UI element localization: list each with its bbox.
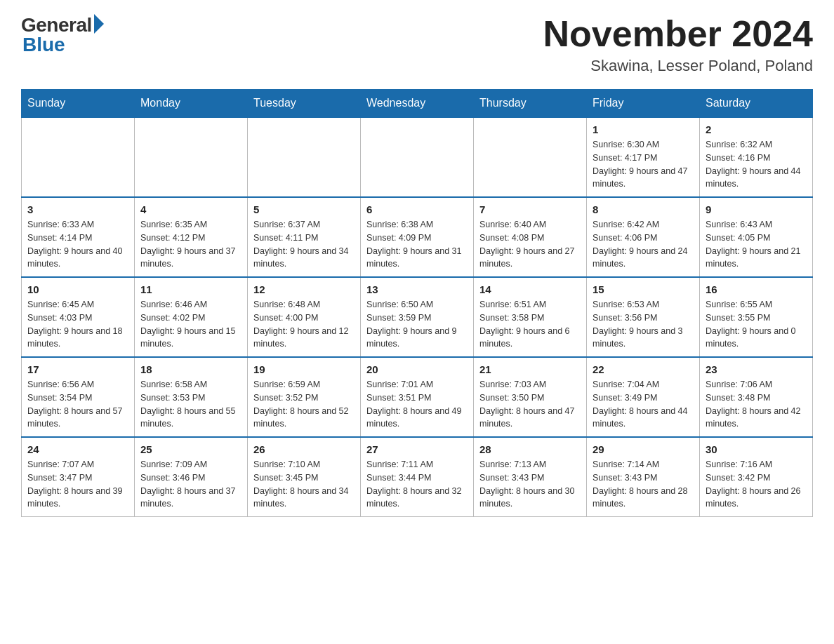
day-number: 27: [366, 443, 468, 455]
day-info: Sunrise: 6:37 AMSunset: 4:11 PMDaylight:…: [253, 218, 355, 271]
calendar-cell: [248, 117, 361, 197]
calendar-cell: 17Sunrise: 6:56 AMSunset: 3:54 PMDayligh…: [22, 357, 135, 437]
day-info: Sunrise: 6:42 AMSunset: 4:06 PMDaylight:…: [593, 218, 694, 271]
calendar-cell: [22, 117, 135, 197]
day-number: 16: [706, 283, 807, 295]
calendar-cell: 26Sunrise: 7:10 AMSunset: 3:45 PMDayligh…: [248, 437, 361, 517]
day-info: Sunrise: 7:01 AMSunset: 3:51 PMDaylight:…: [366, 378, 468, 431]
calendar-cell: 11Sunrise: 6:46 AMSunset: 4:02 PMDayligh…: [135, 277, 248, 357]
calendar-cell: 25Sunrise: 7:09 AMSunset: 3:46 PMDayligh…: [135, 437, 248, 517]
calendar-cell: 18Sunrise: 6:58 AMSunset: 3:53 PMDayligh…: [135, 357, 248, 437]
logo-blue-text: Blue: [22, 34, 65, 56]
calendar-cell: 15Sunrise: 6:53 AMSunset: 3:56 PMDayligh…: [587, 277, 700, 357]
calendar-cell: 30Sunrise: 7:16 AMSunset: 3:42 PMDayligh…: [700, 437, 813, 517]
calendar-cell: 13Sunrise: 6:50 AMSunset: 3:59 PMDayligh…: [361, 277, 474, 357]
calendar-cell: 10Sunrise: 6:45 AMSunset: 4:03 PMDayligh…: [22, 277, 135, 357]
day-number: 26: [253, 443, 355, 455]
day-number: 28: [479, 443, 581, 455]
day-info: Sunrise: 6:33 AMSunset: 4:14 PMDaylight:…: [27, 218, 128, 271]
day-info: Sunrise: 7:03 AMSunset: 3:50 PMDaylight:…: [479, 378, 581, 431]
column-header-wednesday: Wednesday: [361, 90, 474, 118]
week-row-4: 17Sunrise: 6:56 AMSunset: 3:54 PMDayligh…: [22, 357, 813, 437]
day-info: Sunrise: 7:11 AMSunset: 3:44 PMDaylight:…: [366, 458, 468, 511]
month-title: November 2024: [543, 14, 813, 54]
day-number: 1: [593, 123, 694, 135]
location-subtitle: Skawina, Lesser Poland, Poland: [543, 57, 813, 75]
day-info: Sunrise: 6:53 AMSunset: 3:56 PMDaylight:…: [593, 298, 694, 351]
calendar-cell: 4Sunrise: 6:35 AMSunset: 4:12 PMDaylight…: [135, 197, 248, 277]
calendar-cell: 19Sunrise: 6:59 AMSunset: 3:52 PMDayligh…: [248, 357, 361, 437]
calendar-cell: 24Sunrise: 7:07 AMSunset: 3:47 PMDayligh…: [22, 437, 135, 517]
day-number: 22: [593, 363, 694, 375]
logo-triangle-icon: [94, 14, 104, 34]
column-header-monday: Monday: [135, 90, 248, 118]
day-info: Sunrise: 7:10 AMSunset: 3:45 PMDaylight:…: [253, 458, 355, 511]
day-number: 11: [140, 283, 241, 295]
day-info: Sunrise: 7:13 AMSunset: 3:43 PMDaylight:…: [479, 458, 581, 511]
calendar-cell: [474, 117, 587, 197]
day-number: 7: [479, 203, 581, 215]
week-row-5: 24Sunrise: 7:07 AMSunset: 3:47 PMDayligh…: [22, 437, 813, 517]
day-number: 4: [140, 203, 241, 215]
calendar-table: SundayMondayTuesdayWednesdayThursdayFrid…: [21, 89, 813, 517]
calendar-cell: 2Sunrise: 6:32 AMSunset: 4:16 PMDaylight…: [700, 117, 813, 197]
day-number: 19: [253, 363, 355, 375]
day-number: 21: [479, 363, 581, 375]
day-info: Sunrise: 6:46 AMSunset: 4:02 PMDaylight:…: [140, 298, 241, 351]
day-info: Sunrise: 6:59 AMSunset: 3:52 PMDaylight:…: [253, 378, 355, 431]
day-number: 14: [479, 283, 581, 295]
column-header-tuesday: Tuesday: [248, 90, 361, 118]
day-info: Sunrise: 6:51 AMSunset: 3:58 PMDaylight:…: [479, 298, 581, 351]
day-info: Sunrise: 6:50 AMSunset: 3:59 PMDaylight:…: [366, 298, 468, 351]
week-row-3: 10Sunrise: 6:45 AMSunset: 4:03 PMDayligh…: [22, 277, 813, 357]
calendar-cell: 23Sunrise: 7:06 AMSunset: 3:48 PMDayligh…: [700, 357, 813, 437]
day-info: Sunrise: 7:07 AMSunset: 3:47 PMDaylight:…: [27, 458, 128, 511]
calendar-cell: [135, 117, 248, 197]
day-info: Sunrise: 6:43 AMSunset: 4:05 PMDaylight:…: [706, 218, 807, 271]
day-number: 12: [253, 283, 355, 295]
calendar-cell: [361, 117, 474, 197]
day-info: Sunrise: 6:30 AMSunset: 4:17 PMDaylight:…: [593, 138, 694, 191]
calendar-cell: 27Sunrise: 7:11 AMSunset: 3:44 PMDayligh…: [361, 437, 474, 517]
day-number: 25: [140, 443, 241, 455]
day-number: 13: [366, 283, 468, 295]
day-info: Sunrise: 6:32 AMSunset: 4:16 PMDaylight:…: [706, 138, 807, 191]
day-number: 18: [140, 363, 241, 375]
calendar-cell: 14Sunrise: 6:51 AMSunset: 3:58 PMDayligh…: [474, 277, 587, 357]
day-info: Sunrise: 7:14 AMSunset: 3:43 PMDaylight:…: [593, 458, 694, 511]
day-number: 6: [366, 203, 468, 215]
calendar-cell: 7Sunrise: 6:40 AMSunset: 4:08 PMDaylight…: [474, 197, 587, 277]
day-number: 9: [706, 203, 807, 215]
day-number: 29: [593, 443, 694, 455]
day-number: 2: [706, 123, 807, 135]
day-number: 17: [27, 363, 128, 375]
calendar-cell: 16Sunrise: 6:55 AMSunset: 3:55 PMDayligh…: [700, 277, 813, 357]
calendar-cell: 6Sunrise: 6:38 AMSunset: 4:09 PMDaylight…: [361, 197, 474, 277]
calendar-cell: 21Sunrise: 7:03 AMSunset: 3:50 PMDayligh…: [474, 357, 587, 437]
day-number: 20: [366, 363, 468, 375]
header: General Blue November 2024 Skawina, Less…: [21, 14, 813, 75]
day-number: 8: [593, 203, 694, 215]
day-number: 24: [27, 443, 128, 455]
calendar-cell: 12Sunrise: 6:48 AMSunset: 4:00 PMDayligh…: [248, 277, 361, 357]
day-info: Sunrise: 7:09 AMSunset: 3:46 PMDaylight:…: [140, 458, 241, 511]
day-info: Sunrise: 6:56 AMSunset: 3:54 PMDaylight:…: [27, 378, 128, 431]
day-info: Sunrise: 6:48 AMSunset: 4:00 PMDaylight:…: [253, 298, 355, 351]
calendar-header-row: SundayMondayTuesdayWednesdayThursdayFrid…: [22, 90, 813, 118]
day-info: Sunrise: 7:16 AMSunset: 3:42 PMDaylight:…: [706, 458, 807, 511]
day-number: 5: [253, 203, 355, 215]
calendar-cell: 29Sunrise: 7:14 AMSunset: 3:43 PMDayligh…: [587, 437, 700, 517]
day-info: Sunrise: 6:45 AMSunset: 4:03 PMDaylight:…: [27, 298, 128, 351]
day-info: Sunrise: 6:38 AMSunset: 4:09 PMDaylight:…: [366, 218, 468, 271]
calendar-cell: 1Sunrise: 6:30 AMSunset: 4:17 PMDaylight…: [587, 117, 700, 197]
day-number: 10: [27, 283, 128, 295]
day-info: Sunrise: 7:06 AMSunset: 3:48 PMDaylight:…: [706, 378, 807, 431]
logo: General Blue: [21, 14, 104, 56]
day-info: Sunrise: 7:04 AMSunset: 3:49 PMDaylight:…: [593, 378, 694, 431]
week-row-1: 1Sunrise: 6:30 AMSunset: 4:17 PMDaylight…: [22, 117, 813, 197]
day-number: 30: [706, 443, 807, 455]
calendar-cell: 8Sunrise: 6:42 AMSunset: 4:06 PMDaylight…: [587, 197, 700, 277]
week-row-2: 3Sunrise: 6:33 AMSunset: 4:14 PMDaylight…: [22, 197, 813, 277]
day-number: 3: [27, 203, 128, 215]
day-info: Sunrise: 6:40 AMSunset: 4:08 PMDaylight:…: [479, 218, 581, 271]
